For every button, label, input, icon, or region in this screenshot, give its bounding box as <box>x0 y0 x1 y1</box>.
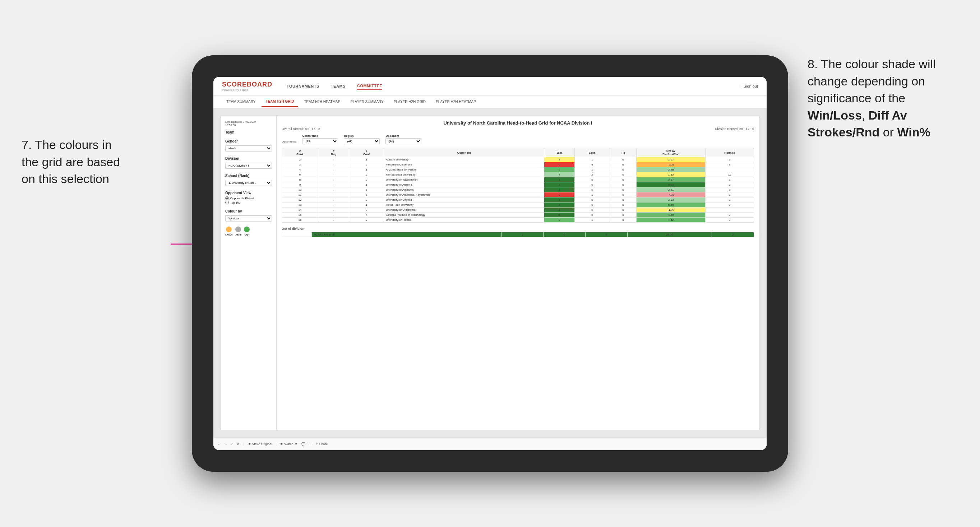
table-cell: 0 <box>544 162 575 167</box>
school-select[interactable]: 1. University of Nort... <box>225 180 272 186</box>
table-cell: 6 <box>349 192 384 197</box>
tableau-container: Last Updated: 27/03/2024 16:55:38 Team G… <box>221 116 759 430</box>
table-cell: 0 <box>609 157 636 162</box>
table-cell: 0 <box>574 187 609 192</box>
table-cell: 0 <box>609 208 636 213</box>
division-label: Division <box>225 157 272 160</box>
col-loss: Loss <box>574 148 609 157</box>
table-cell: 1 <box>349 202 384 208</box>
table-cell: 2 <box>349 162 384 167</box>
table-cell: 3 <box>706 192 754 197</box>
tab-team-h2h-grid[interactable]: TEAM H2H GRID <box>261 97 299 107</box>
table-row: 12-3University of Virginia1002.333 <box>282 197 754 202</box>
table-cell: 9 <box>706 213 754 217</box>
table-cell: 9.00 <box>636 183 706 187</box>
toolbar-grid-view[interactable]: ☷ <box>309 442 312 446</box>
table-cell: 4.42 <box>636 217 706 222</box>
table-row: 11-6University of Arkansas, Fayetteville… <box>282 192 754 197</box>
table-cell: 1 <box>349 167 384 172</box>
tab-team-h2h-heatmap[interactable]: TEAM H2H HEATMAP <box>300 97 345 106</box>
share-icon: ⇧ <box>315 442 318 446</box>
legend: Down Level Up <box>225 227 272 236</box>
table-cell: 2 <box>349 172 384 177</box>
col-conf: #Conf <box>349 148 384 157</box>
table-cell: University of Arkansas, Fayetteville <box>383 192 544 197</box>
tab-team-summary[interactable]: TEAM SUMMARY <box>222 97 260 106</box>
table-row: 3-2Vanderbilt University040-2.298 <box>282 162 754 167</box>
toolbar-view[interactable]: 👁 View: Original <box>248 442 272 446</box>
nav-teams[interactable]: TEAMS <box>331 83 345 90</box>
division-select[interactable]: NCAA Division I <box>225 163 272 169</box>
radio-top-100[interactable]: Top 100 <box>225 201 272 204</box>
toolbar-redo[interactable]: → <box>224 442 228 446</box>
table-cell: - <box>318 197 349 202</box>
table-cell: 0 <box>609 197 636 202</box>
grid-area: University of North Carolina Head-to-Hea… <box>277 116 759 430</box>
table-cell: - <box>318 217 349 222</box>
col-diff: Diff AvStrokes/Rnd <box>636 148 706 157</box>
table-cell: 8 <box>706 187 754 192</box>
legend-down-dot <box>226 227 232 232</box>
region-select[interactable]: (All) <box>344 138 380 144</box>
opponents-filter-label: Opponents: <box>282 140 296 144</box>
col-rounds: Rounds <box>706 148 754 157</box>
toolbar-refresh[interactable]: ⟳ <box>237 442 240 446</box>
table-cell: University of Arizona <box>383 183 544 187</box>
colour-by-label: Colour by <box>225 209 272 213</box>
table-cell: - <box>318 183 349 187</box>
table-row: 6-2Florida State University4201.8312 <box>282 172 754 177</box>
col-rank: #Rank <box>282 148 318 157</box>
nav-tournaments[interactable]: TOURNAMENTS <box>287 83 319 90</box>
toolbar-undo[interactable]: ← <box>218 442 221 446</box>
table-cell: 0 <box>574 202 609 208</box>
opponent-select[interactable]: (All) <box>385 138 422 144</box>
table-cell: 0 <box>574 197 609 202</box>
table-cell: 8 <box>706 162 754 167</box>
team-section: Team <box>225 130 272 134</box>
toolbar-watch[interactable]: 👁 Watch ▼ <box>280 442 298 446</box>
table-cell: 0 <box>544 192 575 197</box>
table-cell: 1 <box>544 208 575 213</box>
watch-label: Watch <box>284 442 293 446</box>
table-cell: University of Washington <box>383 177 544 183</box>
table-cell: Texas Tech University <box>383 202 544 208</box>
tab-player-summary[interactable]: PLAYER SUMMARY <box>346 97 388 106</box>
table-row: 15-4Georgia Institute of Technology5004.… <box>282 213 754 217</box>
table-cell: 16 <box>282 217 318 222</box>
table-cell: 1 <box>544 177 575 183</box>
toolbar-share[interactable]: ⇧ Share <box>315 442 328 446</box>
table-cell: - <box>318 213 349 217</box>
legend-up-dot <box>244 227 250 232</box>
table-cell: 4 <box>574 162 609 167</box>
table-cell: 1 <box>574 217 609 222</box>
tab-player-h2h-grid[interactable]: PLAYER H2H GRID <box>390 97 430 106</box>
legend-up-label: Up <box>245 233 248 236</box>
radio-circle-selected <box>225 196 229 200</box>
overall-record: Overall Record: 89 - 17 - 0 <box>282 127 320 131</box>
radio-opponents-played[interactable]: Opponents Played <box>225 196 272 200</box>
last-updated: Last Updated: 27/03/2024 16:55:38 <box>225 120 272 127</box>
share-label: Share <box>319 442 328 446</box>
table-cell: 2.33 <box>636 197 706 202</box>
table-cell: 2 <box>544 157 575 162</box>
division-record: Division Record: 88 - 17 - 0 <box>715 127 754 131</box>
table-cell: 3 <box>349 197 384 202</box>
table-cell: 9 <box>706 202 754 208</box>
colour-by-select[interactable]: Win/loss <box>225 215 272 222</box>
table-cell: 0 <box>349 208 384 213</box>
conference-select[interactable]: (All) <box>302 138 338 144</box>
gender-select[interactable]: Men's <box>225 145 272 151</box>
sign-out-button[interactable]: Sign out <box>739 84 758 88</box>
tableau-toolbar: ← → ⌂ ⟳ | 👁 View: Original | 👁 Watch ▼ 💬… <box>213 437 767 450</box>
toolbar-home[interactable]: ⌂ <box>231 442 233 446</box>
table-cell: 2.28 <box>636 167 706 172</box>
table-cell: - <box>318 162 349 167</box>
nav-committee[interactable]: COMMITTEE <box>357 82 383 90</box>
table-cell: -4.33 <box>636 192 706 197</box>
col-reg: #Reg <box>318 148 349 157</box>
table-cell: 0 <box>574 177 609 183</box>
tab-player-h2h-heatmap[interactable]: PLAYER H2H HEATMAP <box>431 97 480 106</box>
toolbar-comment[interactable]: 💬 <box>301 442 305 446</box>
table-row: 8-2University of Washington1003.673 <box>282 177 754 183</box>
watch-icon: 👁 <box>280 442 283 446</box>
